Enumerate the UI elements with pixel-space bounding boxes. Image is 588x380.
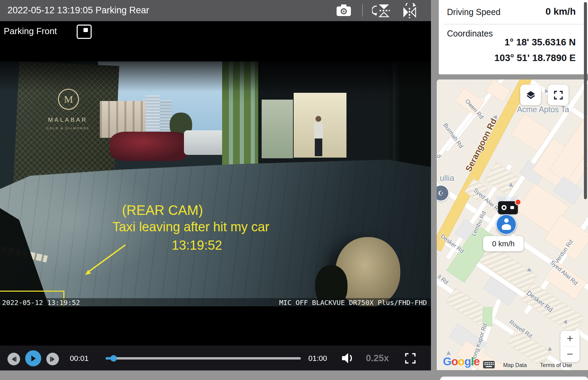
zoom-in-button[interactable]: + — [560, 331, 579, 346]
dashcam-marker-icon — [498, 201, 518, 214]
driving-speed-label: Driving Speed — [447, 7, 500, 17]
longitude-value: 103° 51' 18.7890 E — [494, 53, 576, 63]
play-button[interactable] — [25, 350, 41, 366]
scene-red-car — [110, 132, 190, 161]
fullscreen-icon[interactable] — [405, 353, 416, 364]
driving-speed-value: 0 km/h — [545, 6, 576, 17]
play-icon — [30, 355, 37, 362]
scene-top-tint — [0, 61, 431, 92]
marker-speed-pill: 0 km/h — [483, 236, 524, 251]
next-frame-icon — [49, 356, 56, 362]
map-zoom-control: + − — [560, 331, 579, 362]
scene-person-shirt — [314, 122, 323, 138]
video-device-stamp: MIC OFF BLACKVUE DR750X Plus/FHD-FHD — [279, 298, 427, 306]
flip-horizontal-icon[interactable] — [401, 3, 421, 19]
pip-toggle-icon[interactable] — [77, 25, 92, 39]
scene-tower-1 — [145, 96, 160, 135]
map-fullscreen-icon — [554, 91, 563, 100]
snapshot-camera-icon[interactable] — [336, 3, 352, 18]
next-frame-button[interactable] — [46, 353, 59, 365]
map-layers-button[interactable] — [520, 85, 541, 105]
annotation-line-1: (REAR CAM) — [122, 203, 203, 218]
coordinates-label: Coordinates — [447, 29, 493, 39]
malabar-logo-m: M — [64, 93, 73, 105]
mosque-icon[interactable]: ☪ — [437, 185, 449, 202]
malabar-sign-subtext: GOLD & DIAMONDS — [46, 126, 89, 130]
playback-controls-bar: 00:01 01:00 0.25x — [0, 346, 431, 370]
recording-dot — [515, 199, 521, 205]
terms-of-use-link[interactable]: Terms of Use — [540, 362, 572, 368]
next-card-peek — [440, 377, 588, 380]
flip-vertical-icon[interactable] — [372, 3, 391, 18]
poi-label-fragment: ullia — [440, 173, 454, 183]
map-fullscreen-button[interactable] — [548, 85, 569, 105]
blackvue-viewer-window: 2022-05-12 13:19:05 Parking Rear — [0, 0, 588, 380]
scene-person-legs — [315, 138, 322, 156]
seek-bar[interactable] — [106, 357, 301, 360]
panel-divider — [444, 24, 583, 25]
prev-frame-button[interactable] — [7, 353, 20, 365]
layers-icon — [526, 90, 536, 100]
google-logo[interactable]: Google — [443, 355, 480, 368]
stamp-band: 2022-05-12 13:19:52 MIC OFF BLACKVUE DR7… — [0, 298, 431, 306]
titlebar-divider — [362, 4, 363, 17]
panel-scrollbar[interactable] — [584, 2, 587, 199]
poi-label-acme: Acme Aptos Ta — [517, 105, 569, 114]
annotation-arrow — [68, 239, 136, 287]
seek-bar-thumb[interactable] — [110, 355, 117, 362]
annotation-line-2: Taxi leaving after hit my car — [112, 220, 269, 234]
one-way-arrow-icon — [527, 268, 532, 272]
annotation-line-3: 13:19:52 — [172, 238, 222, 253]
video-datetime-stamp: 2022-05-12 13:19:52 — [2, 298, 80, 306]
zoom-out-button[interactable]: − — [560, 347, 579, 362]
map-building — [486, 79, 511, 103]
vehicle-position-marker[interactable] — [496, 214, 516, 235]
keyboard-icon[interactable] — [483, 361, 495, 368]
duration: 01:00 — [308, 354, 327, 363]
scene-white-van — [184, 130, 225, 155]
one-way-arrow-icon — [563, 320, 567, 324]
video-title-bar: 2022-05-12 13:19:05 Parking Rear — [0, 0, 431, 21]
google-map[interactable]: Owen Rd Burmah Rd Serangoon Rd d ullia S… — [437, 79, 588, 370]
video-frame[interactable]: M MALABAR GOLD & DIAMONDS ( — [0, 61, 431, 306]
scene-person-head — [315, 116, 321, 122]
person-icon — [504, 218, 509, 223]
pip-header-row: Parking Front — [0, 21, 431, 40]
video-title: 2022-05-12 13:19:05 Parking Rear — [7, 5, 149, 16]
latitude-value: 1° 18' 35.6316 N — [505, 37, 576, 48]
malabar-sign-text: MALABAR — [48, 117, 88, 123]
telemetry-panel: Driving Speed 0 km/h Coordinates 1° 18' … — [439, 0, 588, 74]
playback-speed[interactable]: 0.25x — [366, 353, 389, 364]
map-data-link[interactable]: Map Data — [503, 362, 527, 368]
scene-shop-glow-1 — [262, 100, 293, 158]
current-time: 00:01 — [70, 354, 89, 363]
pip-view-label: Parking Front — [4, 26, 57, 36]
prev-frame-icon — [11, 356, 17, 362]
volume-icon[interactable] — [341, 352, 355, 364]
video-player-pane: 2022-05-12 13:19:05 Parking Rear — [0, 0, 431, 370]
